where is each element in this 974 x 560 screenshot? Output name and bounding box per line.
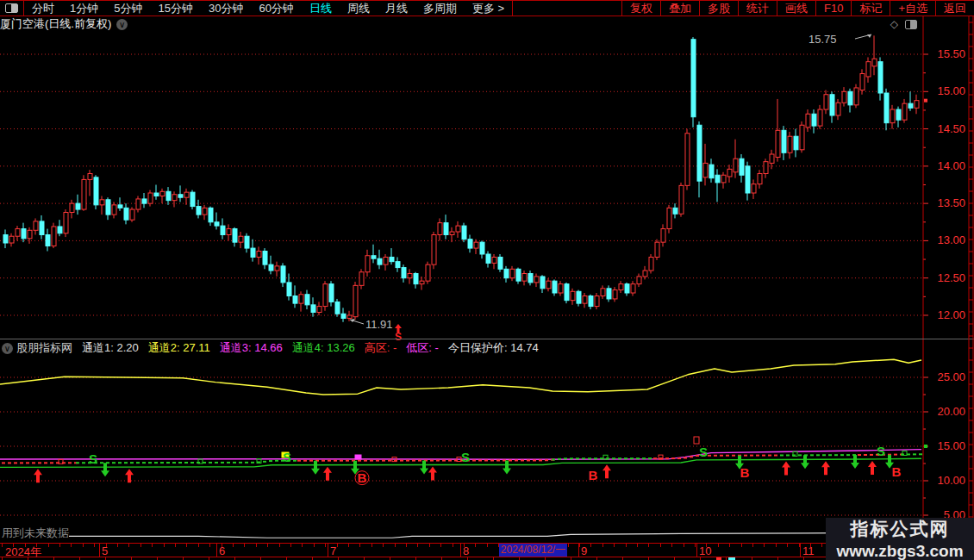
toolbar-item-分时[interactable]: 分时 [24, 1, 62, 16]
toolbar-item-更多 >[interactable]: 更多 > [465, 1, 512, 16]
timeline-tick [117, 544, 118, 547]
candle [788, 136, 792, 152]
sell-signal-label: S [461, 450, 470, 464]
timeline-tick [395, 544, 396, 547]
candle [812, 114, 816, 126]
timeline-tick [464, 544, 465, 547]
toolbar-item-月线[interactable]: 月线 [378, 1, 415, 16]
candle [884, 93, 889, 123]
timeline-tick [590, 544, 591, 547]
candle [112, 205, 116, 215]
panel-layout-icon[interactable] [905, 20, 917, 29]
candle [299, 295, 303, 303]
timeline-tick [48, 544, 49, 547]
candle [498, 257, 503, 269]
candle [583, 296, 587, 303]
chevron-down-icon[interactable]: ∨ [116, 19, 128, 30]
candle [601, 289, 605, 296]
collapse-icon[interactable]: ∨ [2, 343, 13, 354]
toolbar-button-多股[interactable]: 多股 [699, 1, 738, 16]
timeline-separator [99, 544, 100, 557]
candle [365, 256, 370, 272]
action-toolbar: 复权叠加多股统计画线F10标记+自选返回 [621, 1, 974, 16]
candle [830, 95, 834, 115]
candle [414, 274, 418, 284]
toolbar-button-标记[interactable]: 标记 [851, 1, 890, 16]
timeline-tick [140, 544, 141, 547]
timeline-tick [13, 544, 14, 547]
candle [522, 274, 527, 282]
toolbar-item-1分钟[interactable]: 1分钟 [62, 1, 106, 16]
toolbar-item-日线[interactable]: 日线 [302, 1, 340, 16]
toolbar-button-F10[interactable]: F10 [815, 1, 851, 16]
diamond-icon[interactable]: ◇ [890, 18, 898, 30]
candle [691, 40, 696, 117]
candle [22, 229, 26, 239]
candle [643, 271, 647, 277]
candle [172, 195, 177, 201]
timeline-tick [279, 544, 280, 547]
toolbar-item-周线[interactable]: 周线 [340, 1, 378, 16]
candle [721, 175, 726, 183]
watermark: 指标公式网 www.zbgs3.com [826, 518, 974, 560]
label: 12.50 [937, 271, 965, 284]
candle [770, 154, 774, 163]
candle [341, 314, 346, 318]
candle [269, 264, 273, 271]
candle [221, 226, 225, 234]
toolbar-button-统计[interactable]: 统计 [738, 1, 777, 16]
buy-signal-label: B [892, 464, 902, 479]
window-split-icon[interactable] [0, 1, 24, 16]
candle [317, 307, 322, 313]
sell-arrow-icon [801, 455, 809, 469]
candle [371, 256, 376, 258]
indicator-line-white [69, 532, 921, 538]
label: 15.00 [937, 439, 965, 452]
label: 14.00 [937, 159, 965, 172]
toolbar-button-+自选[interactable]: +自选 [890, 1, 935, 16]
timeline-tick [302, 544, 303, 547]
candle [209, 208, 213, 221]
timeline-tick [787, 544, 788, 547]
candle [148, 193, 153, 203]
candle [697, 125, 702, 181]
candle [178, 195, 183, 197]
candle [124, 208, 128, 220]
toolbar-item-60分钟[interactable]: 60分钟 [251, 1, 301, 16]
chart-canvas: 15.5015.0014.5014.0013.5013.0012.5012.00… [0, 0, 974, 560]
candle [384, 257, 388, 264]
candle [667, 208, 671, 228]
toolbar-item-15分钟[interactable]: 15分钟 [150, 1, 200, 16]
candle [685, 134, 690, 186]
sell-signal-label: S [877, 444, 885, 458]
candle [64, 213, 68, 233]
timeline-tick [429, 544, 430, 547]
candle [504, 269, 509, 277]
timeline-tick [637, 544, 638, 547]
toolbar-item-5分钟[interactable]: 5分钟 [106, 1, 150, 16]
toolbar-button-画线[interactable]: 画线 [777, 1, 815, 16]
toolbar-button-返回[interactable]: 返回 [935, 1, 974, 16]
candle [184, 192, 189, 197]
timeline-tick [325, 544, 326, 547]
toolbar-button-复权[interactable]: 复权 [621, 1, 660, 16]
candle [402, 268, 406, 278]
indicator-header: ∨ 股朋指标网 通道1: 2.20通道2: 27.11通道3: 14.66通道4… [0, 340, 922, 356]
timeline-separator [800, 544, 801, 557]
candle [287, 283, 291, 296]
indicator-source: 股朋指标网 [16, 340, 72, 356]
candle [510, 269, 515, 277]
candle [752, 184, 756, 193]
candle [215, 222, 219, 226]
candle [661, 229, 665, 243]
candle [528, 274, 533, 283]
toolbar-item-多周期[interactable]: 多周期 [415, 1, 465, 16]
toolbar-button-叠加[interactable]: 叠加 [660, 1, 699, 16]
timeline-tick [164, 544, 165, 547]
timeline-separator [216, 544, 217, 557]
candle [203, 208, 207, 215]
timeline-tick [59, 544, 60, 547]
candle [190, 192, 195, 206]
candle [516, 269, 521, 281]
toolbar-item-30分钟[interactable]: 30分钟 [201, 1, 251, 16]
